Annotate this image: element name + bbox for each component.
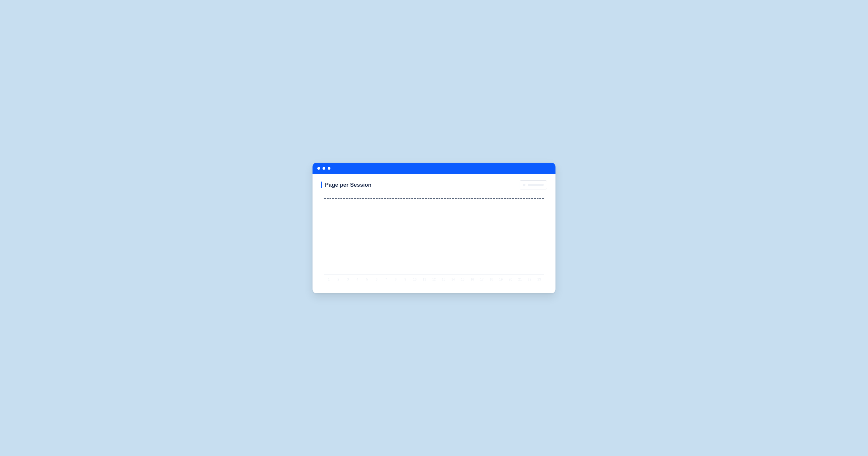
x-axis-tick-label: 10 bbox=[411, 278, 418, 281]
app-window: Page per Session 12345678910111213141516… bbox=[312, 163, 556, 293]
x-axis-tick-label: 13 bbox=[440, 278, 447, 281]
x-axis-tick-label: 7 bbox=[383, 278, 390, 281]
x-axis-tick-label: 6 bbox=[373, 278, 380, 281]
x-axis-tick-label: 8 bbox=[392, 278, 399, 281]
x-axis-tick-label: 11 bbox=[421, 278, 428, 281]
x-axis-tick-label: 19 bbox=[497, 278, 504, 281]
x-axis-tick-label: 2 bbox=[335, 278, 342, 281]
window-content: Page per Session 12345678910111213141516… bbox=[312, 174, 556, 293]
header-row: Page per Session bbox=[321, 180, 547, 190]
window-control-maximize-icon[interactable] bbox=[328, 167, 331, 170]
chart-plot bbox=[324, 191, 544, 273]
x-axis-tick-label: 22 bbox=[526, 278, 533, 281]
window-titlebar bbox=[312, 163, 556, 174]
x-axis-tick-label: 21 bbox=[517, 278, 524, 281]
chart-bars bbox=[324, 191, 544, 273]
header-action-button[interactable] bbox=[520, 180, 547, 190]
title-accent-bar bbox=[321, 182, 322, 188]
x-axis-tick-label: 5 bbox=[364, 278, 371, 281]
x-axis-labels: 1234567891011121314151617181920212223 bbox=[324, 278, 544, 281]
x-axis-tick-label: 15 bbox=[459, 278, 466, 281]
window-control-close-icon[interactable] bbox=[317, 167, 320, 170]
x-axis: 1234567891011121314151617181920212223 bbox=[324, 274, 544, 285]
x-axis-tick-label: 3 bbox=[344, 278, 351, 281]
x-axis-tick-label: 20 bbox=[507, 278, 514, 281]
x-axis-tick-label: 16 bbox=[469, 278, 475, 281]
placeholder-text-icon bbox=[528, 184, 544, 186]
placeholder-dot-icon bbox=[523, 184, 525, 186]
x-axis-tick-label: 23 bbox=[536, 278, 543, 281]
window-control-minimize-icon[interactable] bbox=[322, 167, 325, 170]
x-axis-tick-label: 4 bbox=[354, 278, 361, 281]
x-axis-tick-label: 17 bbox=[478, 278, 485, 281]
x-axis-tick-label: 18 bbox=[488, 278, 495, 281]
x-axis-tick-label: 1 bbox=[325, 278, 332, 281]
x-axis-tick-label: 12 bbox=[430, 278, 437, 281]
x-axis-tick-label: 9 bbox=[402, 278, 409, 281]
x-axis-tick-label: 14 bbox=[450, 278, 457, 281]
chart-area: 1234567891011121314151617181920212223 bbox=[321, 191, 547, 285]
title-group: Page per Session bbox=[321, 182, 371, 188]
page-title: Page per Session bbox=[325, 182, 371, 188]
